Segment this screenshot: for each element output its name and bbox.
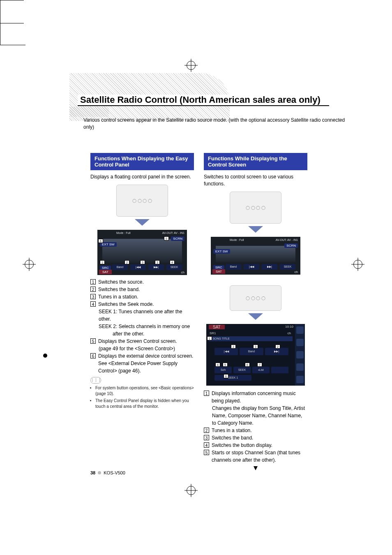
list-text: Switches the band. (212, 434, 253, 442)
sat-prev-button[interactable]: |◀◀ (214, 348, 238, 355)
ss-band-button[interactable]: Band (226, 264, 241, 270)
list-num: 2 (90, 287, 96, 292)
callout-5: 5 (223, 363, 228, 367)
left-function-list-cont2: 6Displays the external device control sc… (90, 352, 194, 375)
ss-scrn-button[interactable]: SCRN (171, 236, 184, 241)
footer-dot-icon (98, 471, 101, 474)
list-item: 5Starts or stops Channel Scan (that tune… (204, 449, 307, 464)
page-content: Satellite Radio Control (North American … (43, 34, 349, 488)
ss-sat-label: SAT (212, 269, 225, 274)
continued-arrow-icon (254, 466, 258, 470)
note-item: For system button operations, see <Basic… (95, 385, 194, 398)
ss-ch-label: ch (181, 271, 184, 274)
right-section-header: Functions While Displaying the Control S… (204, 153, 307, 170)
list-item: 2Switches the band. (90, 286, 194, 293)
sat-song-title[interactable]: ♪ SONG TITLE (209, 336, 293, 341)
list-item: 2Tunes in a station. (204, 427, 307, 434)
ss-button-row: Band |◀◀ ▶▶| SEEK (226, 264, 295, 270)
ss-seek-button[interactable]: SEEK (166, 264, 182, 270)
list-num: 3 (90, 294, 96, 299)
ss-seek-button[interactable]: SEEK (280, 264, 295, 270)
crop-mark (0, 0, 24, 0)
list-text: Displays the Screen Control screen. (98, 338, 177, 345)
callout-3: 3 (140, 260, 145, 264)
callout-6: 6 (245, 363, 250, 367)
list-num: 5 (90, 338, 96, 344)
list-text: Switches the Seek mode. (98, 301, 154, 308)
sat-control-screenshot: SAT 10:10 SR1 ch ♪ SONG TITLE 1 |◀◀ Band… (206, 324, 305, 386)
sidebar-button[interactable] (296, 326, 304, 334)
list-item: 4Switches the button display. (204, 442, 307, 449)
page-number: 38 (90, 470, 95, 475)
ss-scrn-button[interactable]: SCRN (284, 243, 298, 248)
ss-mode-label: Mode : Full (116, 231, 131, 234)
intro-text: Various control screens appear in the Sa… (83, 117, 346, 131)
list-item: 5Displays the Screen Control screen. (90, 338, 194, 345)
callout-3b: 3 (155, 260, 160, 264)
callout-2: 2 (231, 345, 236, 349)
sidebar-button[interactable] (296, 363, 304, 371)
crop-mark (0, 45, 25, 45)
list-num: 3 (204, 435, 209, 440)
left-section-header: Functions When Displaying the Easy Contr… (90, 153, 194, 170)
down-arrow-icon (135, 219, 150, 226)
easy-control-screenshot: Mode : Full AV-OUT: AV - IN1 SCRN 5 EXT … (97, 230, 187, 275)
title-decoration-tail (69, 107, 109, 117)
callout-6: 6 (98, 239, 103, 243)
sidebar-button[interactable] (296, 376, 304, 383)
ss-prev-button[interactable]: |◀◀ (130, 264, 146, 270)
callout-7: 7 (257, 363, 262, 367)
sat-list-button[interactable]: •List (252, 367, 270, 373)
ss-next-button[interactable]: ▶▶| (262, 264, 277, 270)
sat-sch-button[interactable]: Sch (214, 367, 232, 373)
device-diagram: ◯ ◯ ◯ ◯ (116, 185, 168, 217)
ss-prev-button[interactable]: |◀◀ (244, 264, 259, 270)
note-icon: ⋮⋮⋮ (90, 377, 101, 384)
control-screenshot-1: Mode : Full AV-OUT: AV - IN1 SCRN EXT SW… (211, 237, 300, 275)
page-title: Satellite Radio Control (North American … (78, 95, 329, 106)
sat-title: SAT (209, 325, 225, 329)
ss-ch-label: ch (295, 270, 298, 274)
list-text: Displays information concerning music be… (212, 390, 307, 405)
model-name: KOS-V500 (104, 470, 125, 475)
sat-sub: SR1 (210, 331, 216, 335)
device-diagram: ◯ ◯ ◯ ◯ (230, 192, 281, 224)
list-num: 2 (204, 428, 209, 433)
sat-seek1-button[interactable]: SEEK 1 (214, 375, 251, 381)
list-item: 4Switches the Seek mode. (90, 301, 194, 308)
ss-extsw-button[interactable]: EXT SW (213, 249, 230, 254)
list-text: Starts or stops Channel Scan (that tunes… (212, 449, 307, 464)
page-footer: 38 KOS-V500 (90, 470, 125, 475)
list-num: 5 (204, 450, 209, 455)
sat-bot2-row: SEEK 1 (214, 375, 251, 381)
sat-bot-row: Sch SEEK •List (214, 367, 288, 373)
sat-seek-button[interactable]: SEEK (233, 367, 251, 373)
sat-band-button[interactable]: Band (240, 348, 263, 355)
ss-next-button[interactable]: ▶▶| (148, 264, 164, 270)
right-lead: Switches to control screen to use variou… (204, 173, 307, 187)
right-function-list: 1Displays information concerning music b… (204, 390, 307, 405)
list-text: Switches the button display. (212, 442, 272, 449)
down-arrow-icon (248, 226, 263, 233)
sidebar-button[interactable] (296, 351, 304, 358)
list-item: 1Switches the source. (90, 278, 194, 286)
crop-mark (0, 23, 24, 23)
sat-blank-button[interactable] (271, 367, 288, 373)
list-num: 4 (204, 442, 209, 448)
left-notes: For system button operations, see <Basic… (90, 385, 194, 411)
left-function-list: 1Switches the source. 2Switches the band… (90, 278, 194, 308)
list-text: Switches the band. (98, 286, 140, 293)
list-num: 4 (90, 301, 96, 307)
list-text: Switches the source. (98, 278, 144, 286)
ss-mode-label: Mode : Full (230, 238, 244, 241)
callout-4: 4 (215, 363, 220, 367)
sat-ch: ch (288, 331, 291, 335)
list-item: 1Displays information concerning music b… (204, 390, 307, 405)
sidebar-button[interactable] (296, 339, 304, 346)
callout-2: 2 (125, 260, 129, 264)
left-column: Functions When Displaying the Easy Contr… (90, 153, 194, 470)
crop-mark (0, 23, 0, 45)
screenshot-background (216, 246, 295, 262)
ss-band-button[interactable]: Band (112, 264, 128, 270)
list-num: 1 (204, 391, 209, 396)
